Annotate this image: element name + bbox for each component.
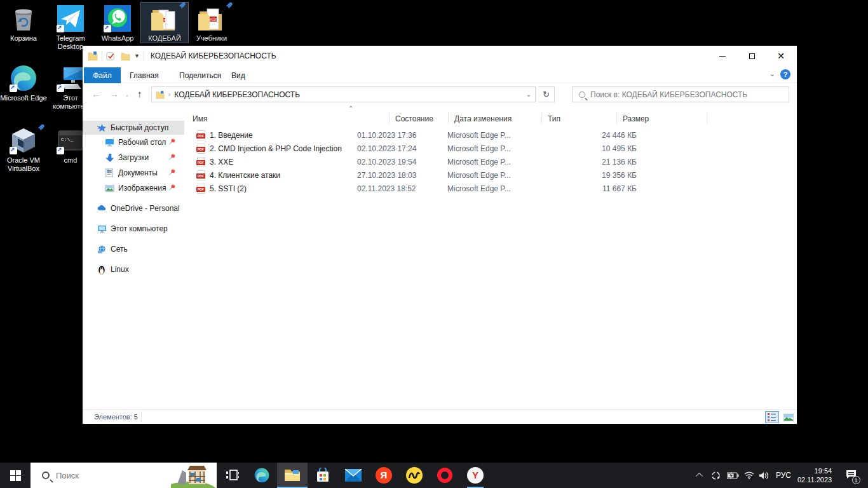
address-dropdown-icon[interactable]: ⌄ <box>522 87 535 102</box>
back-icon[interactable]: ← <box>92 88 101 99</box>
file-type: Microsoft Edge P... <box>447 158 511 166</box>
sidebar-item-quick-access[interactable]: Быстрый доступ <box>83 121 184 135</box>
column-header-name[interactable]: Имя <box>193 111 207 125</box>
desktop-icon-label: КОДЕБАЙ <box>141 34 188 43</box>
desktop-icon-telegram[interactable]: Telegram Desktop <box>47 4 94 51</box>
file-row[interactable]: 2. CMD Injection & PHP Code Injection 02… <box>184 142 797 156</box>
close-button[interactable]: ✕ <box>766 46 796 66</box>
taskbar-mail[interactable] <box>338 463 369 488</box>
forward-icon[interactable]: → <box>109 88 119 99</box>
tab-view[interactable]: Вид <box>231 67 245 83</box>
desktop-icon-virtualbox[interactable]: »» Oracle VM VirtualBox <box>0 126 47 173</box>
address-bar[interactable]: › КОДЕБАЙ КИБЕРБЕЗОПАСНОСТЬ ⌄ <box>151 86 536 102</box>
taskbar-opera[interactable] <box>430 463 460 488</box>
column-header-status[interactable]: Состояние <box>395 111 433 125</box>
desktop-icon-kodebay[interactable]: PDF »» КОДЕБАЙ <box>141 3 188 43</box>
qat-properties-icon[interactable] <box>106 51 116 61</box>
edge-icon <box>9 64 38 93</box>
help-icon[interactable]: ? <box>780 69 790 79</box>
taskbar-yandex-browser[interactable]: Y <box>460 463 491 488</box>
downloads-arrow-icon <box>104 152 114 163</box>
search-input[interactable] <box>590 90 768 99</box>
action-center-icon: 1 <box>846 470 857 482</box>
sidebar-item-this-pc[interactable]: Этот компьютер <box>83 222 184 236</box>
desktop-icon-uchebniki[interactable]: PDF »» Учебники <box>188 4 235 43</box>
shortcut-arrow-badge <box>10 85 17 92</box>
qat-new-folder-icon[interactable] <box>121 51 130 61</box>
file-modified: 02.10.2023 17:24 <box>357 144 416 153</box>
tray-time: 19:54 <box>797 466 832 475</box>
tray-battery-icon[interactable] <box>724 463 741 488</box>
tray-expand-button[interactable] <box>693 463 708 488</box>
file-row[interactable]: 1. Введение 01.10.2023 17:36 Microsoft E… <box>184 129 797 142</box>
qat-customize-icon[interactable]: ▼ <box>134 53 140 59</box>
maximize-button[interactable] <box>737 46 766 66</box>
file-modified: 27.10.2023 18:03 <box>357 171 416 180</box>
separator <box>102 51 102 61</box>
taskbar-search-input[interactable] <box>56 471 151 480</box>
sidebar-item-label: Быстрый доступ <box>111 123 168 132</box>
tray-clock[interactable]: 19:54 02.11.2023 <box>794 463 835 488</box>
column-separator[interactable] <box>448 112 449 124</box>
tray-volume-icon[interactable] <box>756 463 773 488</box>
file-row[interactable]: 5. SSTI (2) 02.11.2023 18:52 Microsoft E… <box>184 182 797 196</box>
tab-home[interactable]: Главная <box>130 67 159 83</box>
start-button[interactable] <box>0 463 31 488</box>
column-header-modified[interactable]: Дата изменения <box>454 111 512 125</box>
search-box[interactable] <box>572 86 789 102</box>
tab-file[interactable]: Файл <box>84 67 121 83</box>
tray-wifi-icon[interactable] <box>741 463 757 488</box>
details-view-toggle[interactable] <box>765 411 779 423</box>
edge-icon <box>254 467 270 484</box>
task-view-button[interactable] <box>219 463 247 488</box>
refresh-icon[interactable]: ↻ <box>538 86 555 102</box>
file-list-pane: ⌃ Имя Состояние Дата изменения Тип Разме… <box>184 106 797 409</box>
taskbar-explorer[interactable] <box>277 463 308 488</box>
breadcrumb-chevron-icon: › <box>168 91 170 98</box>
up-icon[interactable]: ↑ <box>137 88 142 99</box>
tray-language-indicator[interactable]: РУС <box>773 463 794 488</box>
sidebar-item-linux[interactable]: Linux <box>83 262 184 276</box>
pdf-file-icon <box>197 144 205 154</box>
ribbon-collapse-icon[interactable]: ⌄ <box>770 70 775 78</box>
taskbar-yellow-app[interactable] <box>399 463 430 488</box>
tray-sync-icon[interactable] <box>708 463 723 488</box>
sidebar-item-desktop[interactable]: Рабочий стол 📍 <box>83 135 184 149</box>
sidebar-item-label: Изображения <box>118 184 166 193</box>
file-row[interactable]: 4. Клиентские атаки 27.10.2023 18:03 Mic… <box>184 169 797 182</box>
title-bar[interactable]: ▼ КОДЕБАЙ КИБЕРБЕЗОПАСНОСТЬ ✕ <box>83 46 797 66</box>
sidebar-item-network[interactable]: Сеть <box>83 242 184 256</box>
taskbar-store[interactable] <box>308 463 338 488</box>
file-name: 3. XXE <box>210 158 233 166</box>
tab-share[interactable]: Поделиться <box>179 67 221 83</box>
desktop-icon-edge[interactable]: Microsoft Edge <box>0 64 47 102</box>
this-pc-icon <box>97 224 107 234</box>
column-separator[interactable] <box>389 112 390 124</box>
telegram-icon <box>56 4 85 33</box>
thumbnail-view-toggle[interactable] <box>782 411 796 423</box>
taskbar-edge[interactable] <box>247 463 277 488</box>
file-row[interactable]: 3. XXE 02.10.2023 19:54 Microsoft Edge P… <box>184 156 797 169</box>
pin-icon: 📍 <box>166 152 177 163</box>
column-separator[interactable] <box>707 112 707 124</box>
history-chevron-icon[interactable]: ⌄ <box>125 92 130 98</box>
column-header-type[interactable]: Тип <box>548 111 560 125</box>
column-header-size[interactable]: Размер <box>623 111 649 125</box>
sidebar-item-documents[interactable]: Документы 📍 <box>83 166 184 180</box>
desktop-icon-whatsapp[interactable]: WhatsApp <box>94 4 141 43</box>
column-separator[interactable] <box>541 112 542 124</box>
action-center-button[interactable]: 1 <box>840 463 862 488</box>
column-separator[interactable] <box>616 112 617 124</box>
sidebar-item-onedrive[interactable]: OneDrive - Personal <box>83 201 184 215</box>
taskbar-yandex[interactable]: Я <box>369 463 399 488</box>
document-icon <box>104 168 114 178</box>
sidebar-item-downloads[interactable]: Загрузки 📍 <box>83 151 184 165</box>
sidebar-item-pictures[interactable]: Изображения 📍 <box>83 181 184 195</box>
chevron-up-icon <box>696 473 703 480</box>
window-title: КОДЕБАЙ КИБЕРБЕЗОПАСНОСТЬ <box>151 51 276 60</box>
taskbar-search[interactable] <box>31 463 217 488</box>
desktop-icon-recycle-bin[interactable]: Корзина <box>0 4 47 43</box>
minimize-button[interactable] <box>708 46 737 66</box>
folder-pdf-icon: PDF »» <box>197 4 226 33</box>
sort-ascending-icon[interactable]: ⌃ <box>348 105 353 112</box>
